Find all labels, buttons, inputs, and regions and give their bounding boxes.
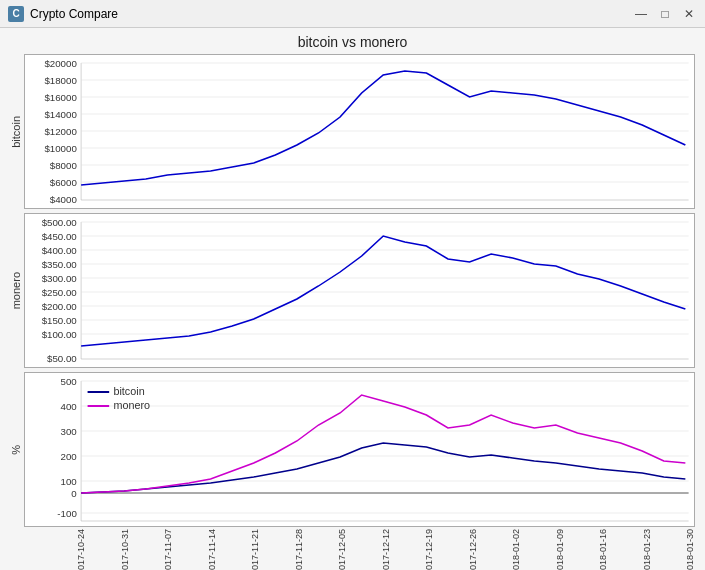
svg-text:$14000: $14000	[44, 110, 76, 120]
title-bar: C Crypto Compare — □ ✕	[0, 0, 705, 28]
minimize-button[interactable]: —	[633, 6, 649, 22]
pct-chart: 500 400 300 200 100 0 -100 bitcoin moner…	[24, 372, 695, 527]
x-label-9: 2017-12-26	[468, 529, 478, 570]
svg-text:$20000: $20000	[44, 59, 76, 69]
svg-text:$200.00: $200.00	[42, 302, 77, 312]
x-label-5: 2017-11-28	[294, 529, 304, 570]
x-label-2: 2017-11-07	[163, 529, 173, 570]
svg-text:500: 500	[61, 377, 77, 387]
svg-rect-56	[88, 391, 110, 393]
svg-text:$250.00: $250.00	[42, 288, 77, 298]
x-label-14: 2018-01-30	[685, 529, 695, 570]
monero-y-label: monero	[10, 272, 24, 309]
svg-text:$10000: $10000	[44, 144, 76, 154]
svg-text:200: 200	[61, 452, 77, 462]
svg-text:$12000: $12000	[44, 127, 76, 137]
svg-text:100: 100	[61, 477, 77, 487]
svg-text:$450.00: $450.00	[42, 232, 77, 242]
svg-text:$4000: $4000	[50, 195, 77, 205]
x-label-12: 2018-01-16	[598, 529, 608, 570]
x-label-3: 2017-11-14	[207, 529, 217, 570]
svg-text:$18000: $18000	[44, 76, 76, 86]
x-label-8: 2017-12-19	[424, 529, 434, 570]
chart-title: bitcoin vs monero	[10, 34, 695, 50]
svg-text:$150.00: $150.00	[42, 316, 77, 326]
svg-text:bitcoin: bitcoin	[113, 386, 144, 397]
x-label-10: 2018-01-02	[511, 529, 521, 570]
x-label-4: 2017-11-21	[250, 529, 260, 570]
close-button[interactable]: ✕	[681, 6, 697, 22]
maximize-button[interactable]: □	[657, 6, 673, 22]
x-label-7: 2017-12-12	[381, 529, 391, 570]
svg-text:$400.00: $400.00	[42, 246, 77, 256]
app-title: Crypto Compare	[30, 7, 118, 21]
svg-text:$350.00: $350.00	[42, 260, 77, 270]
svg-text:-100: -100	[57, 509, 76, 519]
app-icon: C	[8, 6, 24, 22]
x-label-6: 2017-12-05	[337, 529, 347, 570]
svg-text:$300.00: $300.00	[42, 274, 77, 284]
x-label-13: 2018-01-23	[642, 529, 652, 570]
svg-text:$8000: $8000	[50, 161, 77, 171]
x-label-1: 2017-10-31	[120, 529, 130, 570]
svg-rect-58	[88, 405, 110, 407]
svg-text:300: 300	[61, 427, 77, 437]
svg-text:$50.00: $50.00	[47, 354, 77, 364]
svg-text:0: 0	[71, 489, 76, 499]
svg-text:monero: monero	[113, 400, 150, 411]
svg-text:400: 400	[61, 402, 77, 412]
svg-text:$500.00: $500.00	[42, 218, 77, 228]
svg-text:$16000: $16000	[44, 93, 76, 103]
x-label-0: 2017-10-24	[76, 529, 86, 570]
monero-chart: $500.00 $450.00 $400.00 $350.00 $300.00 …	[24, 213, 695, 368]
pct-y-label: %	[10, 445, 24, 455]
x-label-11: 2018-01-09	[555, 529, 565, 570]
bitcoin-chart: $20000 $18000 $16000 $14000 $12000 $1000…	[24, 54, 695, 209]
bitcoin-y-label: bitcoin	[10, 116, 24, 148]
svg-text:$100.00: $100.00	[42, 330, 77, 340]
svg-text:$6000: $6000	[50, 178, 77, 188]
